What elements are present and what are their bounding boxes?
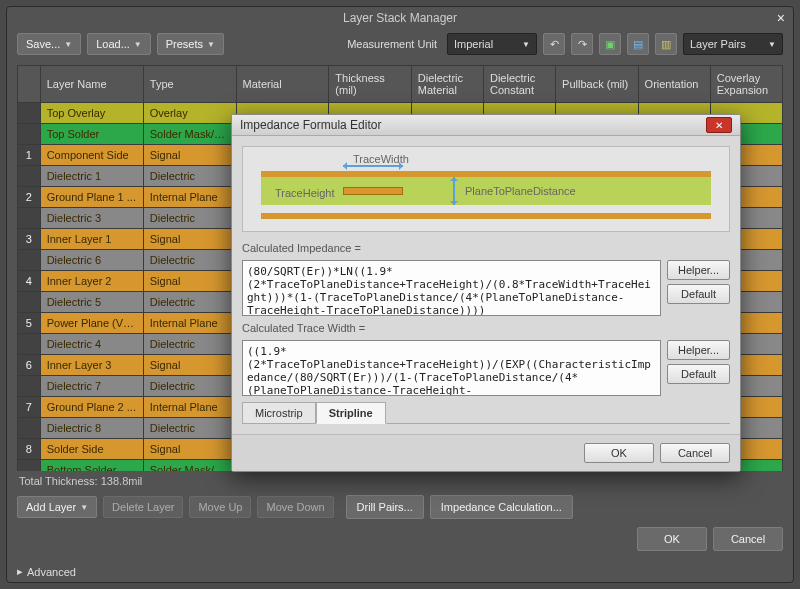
default-button-2[interactable]: Default	[667, 364, 730, 384]
helper-button-1[interactable]: Helper...	[667, 260, 730, 280]
layer-type[interactable]: Signal	[143, 145, 236, 166]
row-number[interactable]: 2	[18, 187, 41, 208]
layer-name[interactable]: Dielectric 1	[40, 166, 143, 187]
layers-toolbar: Add Layer▼ Delete Layer Move Up Move Dow…	[7, 491, 793, 521]
tool-icon-2[interactable]: ▤	[627, 33, 649, 55]
layer-type[interactable]: Internal Plane	[143, 313, 236, 334]
col-header[interactable]: Pullback (mil)	[556, 66, 638, 103]
row-number[interactable]	[18, 334, 41, 355]
layer-type[interactable]: Solder Mask/Co...	[143, 460, 236, 472]
modal-cancel-button[interactable]: Cancel	[660, 443, 730, 463]
col-header[interactable]: Orientation	[638, 66, 710, 103]
row-number[interactable]: 6	[18, 355, 41, 376]
save-button[interactable]: Save...▼	[17, 33, 81, 55]
modal-ok-button[interactable]: OK	[584, 443, 654, 463]
row-number[interactable]	[18, 166, 41, 187]
layer-type[interactable]: Dielectric	[143, 334, 236, 355]
layer-type[interactable]: Dielectric	[143, 208, 236, 229]
add-layer-button[interactable]: Add Layer▼	[17, 496, 97, 518]
layer-type[interactable]: Internal Plane	[143, 397, 236, 418]
drill-pairs-button[interactable]: Drill Pairs...	[346, 495, 424, 519]
col-header[interactable]: Material	[236, 66, 329, 103]
col-header[interactable]: Dielectric Material	[411, 66, 483, 103]
layer-name[interactable]: Top Overlay	[40, 103, 143, 124]
row-number[interactable]	[18, 208, 41, 229]
layer-type[interactable]: Solder Mask/Co...	[143, 124, 236, 145]
layer-type[interactable]: Overlay	[143, 103, 236, 124]
col-header[interactable]: Coverlay Expansion	[710, 66, 782, 103]
layer-type[interactable]: Dielectric	[143, 250, 236, 271]
row-number[interactable]	[18, 103, 41, 124]
calc-tracewidth-label: Calculated Trace Width =	[242, 322, 730, 334]
layer-type[interactable]: Dielectric	[143, 292, 236, 313]
layer-name[interactable]: Ground Plane 2 ...	[40, 397, 143, 418]
row-number[interactable]: 3	[18, 229, 41, 250]
layer-name[interactable]: Inner Layer 1	[40, 229, 143, 250]
tool-icon-1[interactable]: ▣	[599, 33, 621, 55]
layer-type[interactable]: Signal	[143, 355, 236, 376]
tool-icon-3[interactable]: ▥	[655, 33, 677, 55]
modal-close-icon[interactable]: ✕	[706, 117, 732, 133]
ok-button[interactable]: OK	[637, 527, 707, 551]
tab-microstrip[interactable]: Microstrip	[242, 402, 316, 423]
row-number[interactable]: 1	[18, 145, 41, 166]
delete-layer-button[interactable]: Delete Layer	[103, 496, 183, 518]
col-header[interactable]: Dielectric Constant	[483, 66, 555, 103]
layer-type[interactable]: Signal	[143, 271, 236, 292]
layer-name[interactable]: Bottom Solder	[40, 460, 143, 472]
row-number[interactable]: 4	[18, 271, 41, 292]
move-up-button[interactable]: Move Up	[189, 496, 251, 518]
col-header[interactable]	[18, 66, 41, 103]
label-planedistance: PlaneToPlaneDistance	[465, 185, 576, 197]
row-number[interactable]: 5	[18, 313, 41, 334]
presets-button[interactable]: Presets▼	[157, 33, 224, 55]
layer-name[interactable]: Dielectric 3	[40, 208, 143, 229]
layer-type[interactable]: Signal	[143, 439, 236, 460]
row-number[interactable]	[18, 250, 41, 271]
layer-name[interactable]: Dielectric 8	[40, 418, 143, 439]
modal-title: Impedance Formula Editor	[240, 118, 381, 132]
cancel-button[interactable]: Cancel	[713, 527, 783, 551]
col-header[interactable]: Thickness (mil)	[329, 66, 411, 103]
row-number[interactable]	[18, 124, 41, 145]
toolbar: Save...▼ Load...▼ Presets▼ Measurement U…	[7, 29, 793, 59]
redo-icon[interactable]: ↷	[571, 33, 593, 55]
row-number[interactable]	[18, 460, 41, 472]
layer-name[interactable]: Solder Side	[40, 439, 143, 460]
col-header[interactable]: Layer Name	[40, 66, 143, 103]
undo-icon[interactable]: ↶	[543, 33, 565, 55]
col-header[interactable]: Type	[143, 66, 236, 103]
layer-name[interactable]: Dielectric 5	[40, 292, 143, 313]
row-number[interactable]	[18, 292, 41, 313]
layer-name[interactable]: Component Side	[40, 145, 143, 166]
layer-type[interactable]: Dielectric	[143, 166, 236, 187]
move-down-button[interactable]: Move Down	[257, 496, 333, 518]
layer-name[interactable]: Power Plane (VC...	[40, 313, 143, 334]
helper-button-2[interactable]: Helper...	[667, 340, 730, 360]
row-number[interactable]	[18, 418, 41, 439]
layer-name[interactable]: Inner Layer 2	[40, 271, 143, 292]
load-button[interactable]: Load...▼	[87, 33, 151, 55]
layer-name[interactable]: Inner Layer 3	[40, 355, 143, 376]
layer-type[interactable]: Internal Plane	[143, 187, 236, 208]
measurement-unit-select[interactable]: Imperial▼	[447, 33, 537, 55]
tab-stripline[interactable]: Stripline	[316, 402, 386, 424]
row-number[interactable]: 8	[18, 439, 41, 460]
close-icon[interactable]: ×	[777, 10, 785, 26]
layer-name[interactable]: Dielectric 7	[40, 376, 143, 397]
default-button-1[interactable]: Default	[667, 284, 730, 304]
layer-type[interactable]: Signal	[143, 229, 236, 250]
layer-name[interactable]: Ground Plane 1 ...	[40, 187, 143, 208]
layer-type[interactable]: Dielectric	[143, 418, 236, 439]
row-number[interactable]: 7	[18, 397, 41, 418]
layer-name[interactable]: Dielectric 4	[40, 334, 143, 355]
calc-tracewidth-input[interactable]	[242, 340, 661, 396]
layer-type[interactable]: Dielectric	[143, 376, 236, 397]
layer-name[interactable]: Dielectric 6	[40, 250, 143, 271]
calc-impedance-input[interactable]	[242, 260, 661, 316]
layer-pairs-select[interactable]: Layer Pairs▼	[683, 33, 783, 55]
impedance-calc-button[interactable]: Impedance Calculation...	[430, 495, 573, 519]
row-number[interactable]	[18, 376, 41, 397]
layer-name[interactable]: Top Solder	[40, 124, 143, 145]
advanced-toggle[interactable]: ▸ Advanced	[7, 561, 793, 582]
